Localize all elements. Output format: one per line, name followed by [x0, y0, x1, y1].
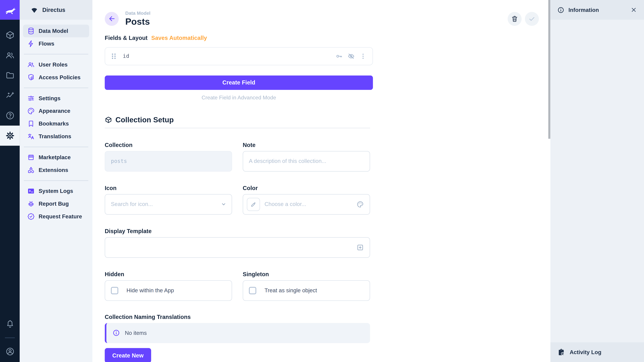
- note-label: Note: [243, 141, 370, 148]
- module-files[interactable]: [0, 65, 20, 85]
- module-list: [0, 25, 20, 146]
- signal-fan-icon: [30, 6, 38, 14]
- sidebar-item-extensions[interactable]: Extensions: [23, 164, 89, 176]
- sidebar-item-user-roles[interactable]: User Roles: [23, 58, 89, 71]
- settings-nav: Data Model Flows User Roles: [20, 20, 92, 223]
- fields-layout-row: Fields & Layout Saves Automatically: [105, 34, 373, 41]
- singleton-checkbox-label: Treat as single object: [264, 287, 317, 294]
- sidebar-item-label: Data Model: [38, 28, 68, 34]
- category-icon: [27, 166, 35, 174]
- info-sidebar-body: [550, 20, 644, 343]
- activity-log-label: Activity Log: [570, 349, 602, 355]
- info-icon: [112, 329, 120, 337]
- activity-log-button[interactable]: Activity Log: [550, 342, 644, 362]
- sidebar-item-label: Report Bug: [38, 201, 69, 207]
- close-sidebar-button[interactable]: [630, 6, 637, 13]
- sidebar-item-label: Access Policies: [38, 74, 80, 80]
- sidebar-item-marketplace[interactable]: Marketplace: [23, 151, 89, 164]
- sidebar-item-label: Request Feature: [38, 213, 82, 220]
- title-block: Data Model Posts: [125, 11, 150, 26]
- singleton-checkbox[interactable]: [249, 287, 256, 294]
- palette-icon: [27, 107, 35, 115]
- add-box-icon[interactable]: [356, 244, 364, 251]
- tune-icon: [27, 94, 35, 102]
- singleton-checkbox-row[interactable]: Treat as single object: [243, 280, 370, 301]
- delete-collection-button[interactable]: [508, 12, 522, 26]
- sidebar-item-data-model[interactable]: Data Model: [23, 25, 89, 37]
- module-bar: [0, 0, 20, 362]
- visibility-off-icon[interactable]: [348, 52, 355, 60]
- save-button[interactable]: [525, 12, 539, 26]
- sidebar-item-translations[interactable]: Translations: [23, 130, 89, 143]
- trash-icon: [511, 15, 518, 22]
- module-content[interactable]: [0, 25, 20, 45]
- autosave-note: Saves Automatically: [151, 34, 207, 41]
- user-menu-button[interactable]: [0, 342, 20, 362]
- field-name: id: [123, 53, 129, 59]
- sidebar-item-settings[interactable]: Settings: [23, 92, 89, 105]
- sidebar-item-access-policies[interactable]: Access Policies: [23, 71, 89, 84]
- project-header[interactable]: Directus: [20, 0, 92, 20]
- eyedropper-button[interactable]: [247, 198, 260, 211]
- module-bar-bottom: [0, 314, 20, 362]
- color-label: Color: [243, 185, 370, 191]
- header-actions: [508, 12, 539, 26]
- sidebar-item-report-bug[interactable]: Report Bug: [23, 197, 89, 210]
- field-row-icons: [336, 52, 367, 60]
- shield-person-icon: [27, 73, 35, 81]
- directus-app: Directus Data Model Flows User Role: [0, 0, 644, 362]
- collection-label: Collection: [105, 141, 232, 148]
- directus-logo[interactable]: [0, 0, 20, 20]
- key-icon: [336, 52, 343, 60]
- module-help[interactable]: [0, 105, 20, 125]
- module-users[interactable]: [0, 45, 20, 65]
- sidebar-item-appearance[interactable]: Appearance: [23, 105, 89, 117]
- main-content: Data Model Posts Fields &: [92, 0, 550, 362]
- sidebar-item-label: Flows: [38, 40, 54, 47]
- hidden-checkbox-row[interactable]: Hide within the App: [105, 280, 232, 301]
- users-icon: [5, 50, 14, 60]
- icon-search-input[interactable]: [111, 201, 226, 207]
- more-vert-icon[interactable]: [360, 52, 367, 60]
- palette-icon[interactable]: [356, 201, 364, 208]
- no-items-text: No items: [125, 330, 146, 336]
- display-template-input[interactable]: [105, 237, 370, 258]
- clipboard-clock-icon: [557, 348, 565, 356]
- create-field-advanced-link[interactable]: Create Field in Advanced Mode: [105, 93, 373, 102]
- create-field-button[interactable]: Create Field: [105, 75, 373, 90]
- hidden-label: Hidden: [105, 271, 232, 277]
- back-button[interactable]: [105, 12, 118, 26]
- sidebar-item-request-feature[interactable]: Request Feature: [23, 210, 89, 223]
- note-input[interactable]: [249, 158, 364, 164]
- eyedropper-icon: [250, 201, 256, 207]
- module-settings[interactable]: [0, 125, 20, 146]
- box-icon: [105, 116, 112, 124]
- chevron-down-icon[interactable]: [220, 201, 227, 208]
- project-name: Directus: [42, 6, 65, 13]
- hidden-checkbox[interactable]: [111, 287, 118, 294]
- arrow-left-icon: [108, 15, 116, 23]
- naming-translations-label: Collection Naming Translations: [105, 313, 373, 320]
- notifications-button[interactable]: [0, 314, 20, 334]
- collection-setup-grid: Collection Note Icon Color: [105, 128, 370, 301]
- close-icon: [630, 6, 637, 13]
- people-icon: [27, 61, 35, 68]
- color-placeholder[interactable]: Choose a color...: [264, 201, 306, 207]
- database-icon: [27, 27, 35, 35]
- settings-gear-icon: [5, 131, 14, 140]
- translate-icon: [27, 133, 35, 140]
- no-items-notice: No items: [105, 323, 370, 343]
- drag-handle-icon[interactable]: [111, 52, 116, 60]
- storefront-icon: [27, 153, 35, 161]
- icon-select-wrap: [105, 194, 232, 215]
- bolt-icon: [27, 40, 35, 48]
- sidebar-item-system-logs[interactable]: System Logs: [23, 185, 89, 197]
- display-template-label: Display Template: [105, 228, 370, 234]
- field-row-id[interactable]: id: [105, 47, 373, 65]
- sidebar-item-flows[interactable]: Flows: [23, 37, 89, 50]
- breadcrumb[interactable]: Data Model: [125, 11, 150, 16]
- module-insights[interactable]: [0, 85, 20, 105]
- main-scrollbar[interactable]: [548, 0, 550, 139]
- create-new-button[interactable]: Create New: [105, 348, 151, 362]
- sidebar-item-bookmarks[interactable]: Bookmarks: [23, 117, 89, 130]
